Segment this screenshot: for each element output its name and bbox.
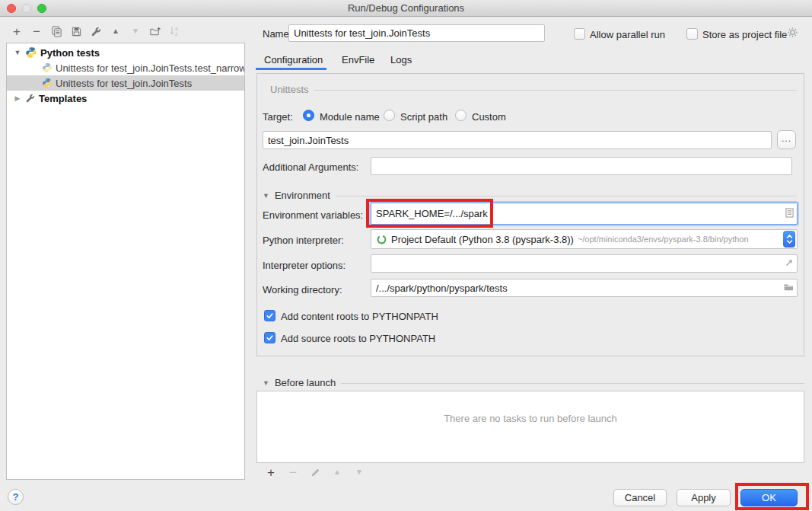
sort-icon: az — [168, 24, 182, 39]
name-input[interactable] — [288, 24, 545, 42]
svg-text:z: z — [175, 31, 177, 37]
tree-item-unittests-test-narrow[interactable]: Unittests for test_join.JoinTests.test_n… — [7, 60, 244, 75]
browse-button[interactable]: ... — [777, 130, 796, 149]
add-content-roots-checkbox[interactable] — [264, 310, 275, 321]
remove-icon: − — [286, 465, 300, 479]
tab-logs[interactable]: Logs — [390, 54, 412, 65]
python-test-icon — [42, 78, 53, 88]
allow-parallel-run-checkbox[interactable] — [574, 28, 585, 40]
environment-group-label: Environment — [275, 190, 330, 201]
tree-item-templates[interactable]: ▶ Templates — [7, 91, 244, 106]
tree-item-label: Unittests for test_join.JoinTests — [56, 78, 192, 89]
interpreter-options-field — [371, 254, 798, 273]
titlebar: Run/Debug Configurations — [0, 0, 812, 17]
target-input[interactable] — [263, 131, 772, 149]
configurations-tree: ▼ Python tests Unittests for test_join.J… — [6, 43, 245, 480]
environment-variables-label: Environment variables: — [263, 209, 363, 221]
gear-icon[interactable] — [787, 27, 798, 40]
zoom-button[interactable] — [37, 4, 46, 13]
chevron-down-icon[interactable]: ▼ — [13, 49, 22, 56]
add-content-roots-label: Add content roots to PYTHONPATH — [281, 311, 438, 322]
python-test-icon — [42, 62, 53, 73]
tree-item-unittests-jointests[interactable]: Unittests for test_join.JoinTests — [7, 75, 244, 91]
save-icon[interactable] — [69, 24, 83, 39]
edit-icon — [308, 465, 322, 479]
unittests-group-header: Unittests — [270, 84, 797, 95]
tab-envfile[interactable]: EnvFile — [342, 54, 374, 65]
allow-parallel-run-label: Allow parallel run — [590, 29, 665, 40]
dropdown-stepper-icon[interactable] — [783, 231, 795, 248]
add-icon[interactable]: + — [264, 465, 278, 479]
move-down-icon: ▼ — [352, 465, 366, 479]
close-button[interactable] — [7, 4, 16, 13]
help-button[interactable]: ? — [8, 489, 24, 505]
apply-button[interactable]: Apply — [677, 489, 731, 506]
additional-arguments-input[interactable] — [371, 157, 792, 175]
interpreter-options-input[interactable] — [376, 258, 785, 270]
tree-item-label: Unittests for test_join.JoinTests.test_n… — [56, 62, 244, 74]
wrench-icon — [25, 93, 36, 104]
ok-button[interactable]: OK — [740, 489, 798, 506]
radio-module-name[interactable] — [303, 110, 314, 121]
interpreter-options-label: Interpreter options: — [263, 260, 345, 271]
edit-variables-icon[interactable] — [785, 208, 794, 220]
traffic-lights — [7, 4, 46, 13]
radio-custom-label: Custom — [472, 111, 506, 123]
target-label: Target: — [263, 111, 293, 123]
tree-item-label: Templates — [39, 93, 87, 104]
add-source-roots-checkbox[interactable] — [264, 332, 275, 343]
environment-variables-input[interactable] — [376, 208, 785, 219]
python-interpreter-label: Python interpreter: — [263, 235, 344, 246]
environment-variables-field — [371, 203, 798, 225]
conda-env-icon — [376, 234, 387, 245]
tree-item-label: Python tests — [40, 47, 100, 59]
active-tab-indicator — [256, 68, 326, 70]
python-interpreter-value: Project Default (Python 3.8 (pyspark-3.8… — [391, 234, 574, 245]
unittests-group-label: Unittests — [270, 84, 309, 95]
new-folder-icon[interactable] — [148, 24, 162, 39]
before-launch-group-header[interactable]: ▼ Before launch — [263, 377, 804, 388]
window-title: Run/Debug Configurations — [348, 2, 464, 14]
move-down-icon: ▼ — [129, 24, 142, 39]
working-directory-field — [371, 279, 798, 297]
folder-browse-icon[interactable] — [783, 283, 794, 294]
before-launch-group-label: Before launch — [275, 377, 336, 388]
minimize-button — [22, 4, 31, 13]
expand-icon[interactable] — [785, 258, 794, 270]
additional-arguments-label: Additional Arguments: — [263, 161, 358, 173]
chevron-right-icon[interactable]: ▶ — [13, 94, 22, 102]
before-launch-toolbar: + − ▲ ▼ — [256, 462, 804, 481]
radio-custom[interactable] — [455, 110, 467, 121]
store-as-project-file-label: Store as project file — [702, 29, 787, 40]
working-directory-input[interactable] — [376, 283, 783, 294]
move-up-icon: ▲ — [330, 465, 344, 479]
configurations-toolbar: + − ▲ ▼ az — [10, 23, 182, 40]
name-label: Name: — [263, 28, 291, 40]
working-directory-label: Working directory: — [263, 284, 342, 295]
before-launch-empty-text: There are no tasks to run before launch — [256, 413, 804, 424]
divider — [336, 196, 797, 196]
add-source-roots-label: Add source roots to PYTHONPATH — [281, 333, 435, 344]
environment-group-header[interactable]: ▼ Environment — [263, 190, 797, 201]
add-icon[interactable]: + — [10, 24, 24, 39]
tree-item-python-tests[interactable]: ▼ Python tests — [7, 45, 244, 60]
svg-text:a: a — [175, 26, 178, 31]
chevron-down-icon[interactable]: ▼ — [263, 379, 269, 387]
radio-module-name-label: Module name — [320, 111, 380, 123]
python-interpreter-select[interactable]: Project Default (Python 3.8 (pyspark-3.8… — [371, 229, 798, 249]
radio-script-path-label: Script path — [400, 111, 447, 123]
chevron-down-icon[interactable]: ▼ — [263, 192, 269, 200]
python-interpreter-path: ~/opt/miniconda3/envs/pyspark-3.8/bin/py… — [578, 235, 779, 244]
copy-icon[interactable] — [49, 24, 63, 39]
divider — [314, 90, 797, 91]
python-tests-icon — [25, 46, 37, 59]
store-as-project-file-checkbox[interactable] — [686, 28, 698, 40]
remove-icon[interactable]: − — [30, 24, 43, 39]
radio-script-path[interactable] — [384, 110, 395, 121]
move-up-icon[interactable]: ▲ — [109, 24, 123, 39]
divider — [341, 383, 804, 384]
tab-configuration[interactable]: Configuration — [264, 54, 323, 65]
edit-templates-icon[interactable] — [89, 24, 103, 39]
cancel-button[interactable]: Cancel — [613, 489, 667, 506]
